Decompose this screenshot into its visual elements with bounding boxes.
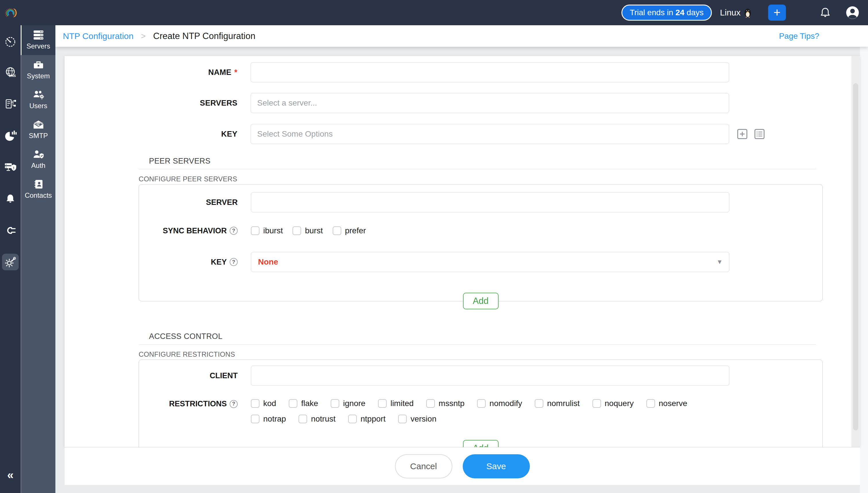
breadcrumb-parent-link[interactable]: NTP Configuration [63, 31, 133, 41]
sidebar-item-contacts[interactable]: Contacts [21, 174, 56, 204]
checkbox[interactable] [647, 399, 655, 408]
form-footer: Cancel Save [65, 447, 860, 485]
checkbox[interactable] [289, 399, 297, 408]
restriction-option[interactable]: mssntp [426, 399, 464, 408]
restriction-option[interactable]: flake [289, 399, 318, 408]
sidebar-item-smtp[interactable]: SMTP [21, 115, 56, 145]
app-window: Trial ends in 24 days Linux + [0, 0, 868, 493]
rail-item-server-security[interactable]: ! [0, 151, 21, 183]
rail-item-dashboard[interactable] [0, 25, 21, 57]
checkbox-label: notrust [311, 414, 336, 424]
sync-option[interactable]: prefer [333, 226, 366, 235]
auth-shield-icon [33, 150, 44, 159]
client-input[interactable] [251, 366, 729, 386]
restriction-option[interactable]: ntpport [348, 414, 385, 424]
restriction-option[interactable]: notrust [298, 414, 336, 424]
trial-countdown-badge[interactable]: Trial ends in 24 days [621, 5, 712, 21]
os-indicator: Linux [720, 7, 752, 18]
rail-item-server-config[interactable] [0, 88, 21, 120]
restrictions-row-1: kod flake ignore [251, 399, 687, 408]
checkbox[interactable] [348, 415, 357, 423]
checkbox-label: ignore [343, 399, 365, 408]
sidebar-item-servers[interactable]: Servers [21, 25, 56, 55]
checkbox[interactable] [378, 399, 387, 408]
checkbox[interactable] [298, 415, 307, 423]
sidebar-item-label: System [27, 72, 50, 80]
restriction-option[interactable]: noserve [647, 399, 687, 408]
servers-select-input[interactable] [251, 93, 729, 113]
sidebar-item-users[interactable]: Users [21, 85, 56, 115]
card-scrollbar[interactable] [851, 56, 860, 447]
sync-behavior-label: SYNC BEHAVIOR [163, 227, 227, 235]
sidebar-item-auth[interactable]: Auth [21, 145, 56, 174]
page-header: NTP Configuration > Create NTP Configura… [56, 25, 868, 47]
sync-option[interactable]: burst [293, 226, 323, 235]
checkbox[interactable] [293, 227, 301, 235]
restriction-option[interactable]: ignore [331, 399, 365, 408]
checkbox-label: burst [305, 226, 323, 235]
trial-text-prefix: Trial ends in [630, 8, 675, 17]
help-icon[interactable]: ? [230, 227, 238, 235]
peer-server-input[interactable] [251, 192, 729, 212]
restriction-option[interactable]: notrap [251, 414, 286, 424]
checkbox-label: mssntp [439, 399, 464, 408]
name-input[interactable] [251, 62, 729, 82]
section-divider [139, 344, 816, 345]
checkbox[interactable] [592, 399, 601, 408]
checkbox[interactable] [331, 399, 339, 408]
access-control-section-header: ACCESS CONTROL [139, 332, 816, 345]
restriction-option[interactable]: nomodify [477, 399, 522, 408]
add-peer-server-button[interactable]: Add [463, 293, 499, 309]
collapse-sidebar-button[interactable]: « [7, 469, 14, 493]
restriction-option[interactable]: nomrulist [535, 399, 580, 408]
checkbox[interactable] [535, 399, 543, 408]
scrollbar-thumb[interactable] [853, 83, 858, 430]
restrictions-row: RESTRICTIONS ? kod [139, 399, 822, 424]
rail-item-alerts[interactable] [0, 183, 21, 215]
rail-item-reports[interactable] [0, 120, 21, 151]
peer-server-label: SERVER [206, 198, 238, 207]
rail-item-integrations[interactable] [0, 215, 21, 246]
checkbox[interactable] [251, 399, 259, 408]
servers-label: SERVERS [200, 99, 237, 108]
form-card: NAME* SERVERS KEY [65, 56, 860, 447]
add-square-icon[interactable] [737, 128, 748, 140]
cancel-button[interactable]: Cancel [395, 454, 452, 478]
trial-days-count: 24 [675, 8, 684, 17]
sidebar-item-system[interactable]: System [21, 55, 56, 85]
restriction-option[interactable]: noquery [592, 399, 634, 408]
user-avatar[interactable] [846, 6, 860, 20]
help-icon[interactable]: ? [230, 400, 238, 408]
notifications-button[interactable] [820, 7, 831, 18]
window-scroll-gutter [860, 25, 868, 493]
rail-item-dns[interactable]: DNS [0, 57, 21, 88]
toolbox-icon [33, 60, 44, 70]
peer-key-select[interactable]: None ▼ [251, 252, 729, 272]
checkbox-label: nomrulist [547, 399, 580, 408]
checkbox[interactable] [398, 415, 407, 423]
add-restriction-button[interactable]: Add [463, 440, 499, 447]
restriction-option[interactable]: limited [378, 399, 414, 408]
checkbox[interactable] [251, 227, 259, 235]
sync-behavior-row: SYNC BEHAVIOR ? iburst [139, 226, 822, 235]
main-content-area: NTP Configuration > Create NTP Configura… [56, 25, 868, 493]
checkbox[interactable] [426, 399, 435, 408]
help-icon[interactable]: ? [230, 258, 238, 266]
sidebar-item-label: Users [29, 102, 47, 110]
quick-add-button[interactable]: + [768, 5, 786, 21]
os-label: Linux [720, 8, 741, 18]
primary-icon-rail: DNS [0, 25, 21, 493]
restriction-option[interactable]: kod [251, 399, 276, 408]
rail-item-tools[interactable] [0, 246, 21, 278]
page-tips-link[interactable]: Page Tips? [779, 31, 819, 41]
checkbox[interactable] [333, 227, 341, 235]
list-square-icon[interactable] [754, 128, 765, 140]
sync-option[interactable]: iburst [251, 226, 283, 235]
checkbox[interactable] [251, 415, 259, 423]
key-select-input[interactable] [251, 124, 729, 144]
checkbox[interactable] [477, 399, 486, 408]
checkbox-label: noquery [605, 399, 634, 408]
restriction-option[interactable]: version [398, 414, 436, 424]
save-button[interactable]: Save [463, 454, 530, 478]
users-group-icon [33, 90, 44, 100]
